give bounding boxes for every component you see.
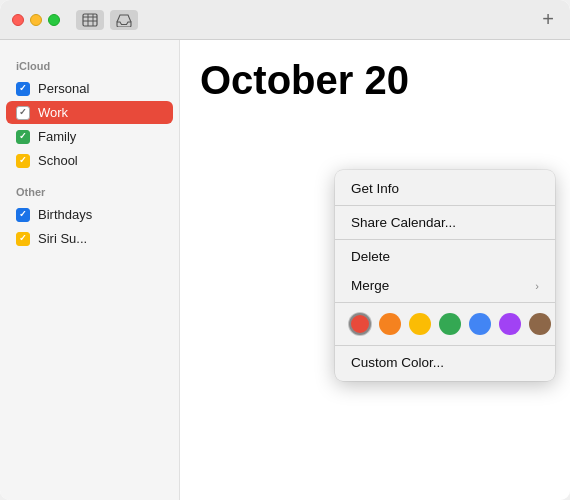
- app-window: + iCloud ✓ Personal ✓ Work: [0, 0, 570, 500]
- color-swatch-green[interactable]: [439, 313, 461, 335]
- minimize-button[interactable]: [30, 14, 42, 26]
- color-swatch-purple[interactable]: [499, 313, 521, 335]
- work-checkmark: ✓: [19, 108, 27, 117]
- other-section-label: Other: [0, 182, 179, 202]
- birthdays-checkbox[interactable]: ✓: [16, 208, 30, 222]
- icloud-section-label: iCloud: [0, 56, 179, 76]
- menu-item-share-calendar[interactable]: Share Calendar...: [335, 208, 555, 237]
- family-checkbox[interactable]: ✓: [16, 130, 30, 144]
- maximize-button[interactable]: [48, 14, 60, 26]
- personal-label: Personal: [38, 81, 89, 96]
- menu-divider-3: [335, 302, 555, 303]
- sidebar-item-work[interactable]: ✓ Work: [6, 101, 173, 124]
- work-checkbox[interactable]: ✓: [16, 106, 30, 120]
- menu-item-custom-color[interactable]: Custom Color...: [335, 348, 555, 377]
- sidebar-item-school[interactable]: ✓ School: [6, 149, 173, 172]
- context-menu: Get Info Share Calendar... Delete Merge …: [335, 170, 555, 381]
- menu-item-merge[interactable]: Merge ›: [335, 271, 555, 300]
- svg-rect-0: [83, 14, 97, 26]
- get-info-label: Get Info: [351, 181, 399, 196]
- personal-checkmark: ✓: [19, 84, 27, 93]
- school-checkbox[interactable]: ✓: [16, 154, 30, 168]
- school-checkmark: ✓: [19, 156, 27, 165]
- inbox-icon[interactable]: [110, 10, 138, 30]
- color-swatch-yellow[interactable]: [409, 313, 431, 335]
- school-label: School: [38, 153, 78, 168]
- merge-label: Merge: [351, 278, 389, 293]
- traffic-lights: [12, 14, 60, 26]
- family-checkmark: ✓: [19, 132, 27, 141]
- add-button[interactable]: +: [542, 8, 554, 31]
- color-swatch-blue[interactable]: [469, 313, 491, 335]
- birthdays-label: Birthdays: [38, 207, 92, 222]
- toolbar-icons: [76, 10, 138, 30]
- menu-item-delete[interactable]: Delete: [335, 242, 555, 271]
- calendar-area: October 20 Get Info Share Calendar... De…: [180, 40, 570, 500]
- calendar-title: October 20: [200, 60, 550, 100]
- menu-item-get-info[interactable]: Get Info: [335, 174, 555, 203]
- color-swatch-orange[interactable]: [379, 313, 401, 335]
- calendar-view-icon[interactable]: [76, 10, 104, 30]
- sidebar: iCloud ✓ Personal ✓ Work ✓ Family: [0, 40, 180, 500]
- birthdays-checkmark: ✓: [19, 210, 27, 219]
- personal-checkbox[interactable]: ✓: [16, 82, 30, 96]
- delete-label: Delete: [351, 249, 390, 264]
- title-bar: +: [0, 0, 570, 40]
- siri-checkbox[interactable]: ✓: [16, 232, 30, 246]
- merge-chevron-icon: ›: [535, 280, 539, 292]
- close-button[interactable]: [12, 14, 24, 26]
- sidebar-item-birthdays[interactable]: ✓ Birthdays: [6, 203, 173, 226]
- menu-divider-2: [335, 239, 555, 240]
- custom-color-label: Custom Color...: [351, 355, 444, 370]
- menu-divider-4: [335, 345, 555, 346]
- siri-checkmark: ✓: [19, 234, 27, 243]
- menu-divider-1: [335, 205, 555, 206]
- sidebar-item-family[interactable]: ✓ Family: [6, 125, 173, 148]
- main-content: iCloud ✓ Personal ✓ Work ✓ Family: [0, 40, 570, 500]
- color-swatch-brown[interactable]: [529, 313, 551, 335]
- siri-label: Siri Su...: [38, 231, 87, 246]
- work-label: Work: [38, 105, 68, 120]
- share-calendar-label: Share Calendar...: [351, 215, 456, 230]
- family-label: Family: [38, 129, 76, 144]
- color-swatch-red[interactable]: [349, 313, 371, 335]
- sidebar-item-siri[interactable]: ✓ Siri Su...: [6, 227, 173, 250]
- color-swatches-row: [335, 305, 555, 343]
- sidebar-item-personal[interactable]: ✓ Personal: [6, 77, 173, 100]
